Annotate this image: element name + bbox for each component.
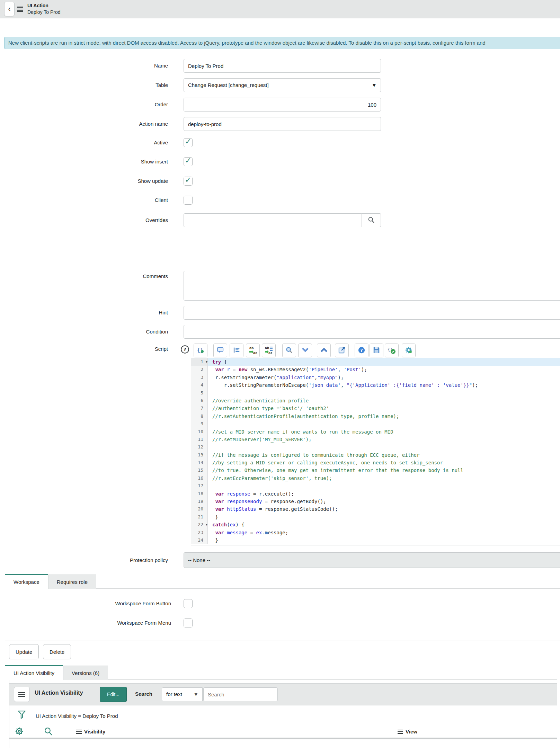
replace-button[interactable]: abac — [246, 344, 260, 357]
code-line: 19 var responseBody = response.getBody()… — [191, 498, 560, 505]
edit-button[interactable]: Edit... — [100, 687, 127, 702]
checkmark-icon: ✓ — [185, 137, 191, 146]
code-line: 13//if the message is configured to comm… — [191, 451, 560, 459]
list-bottom-divider — [9, 738, 557, 739]
tab-workspace[interactable]: Workspace — [5, 574, 48, 589]
line-number: 20 — [191, 505, 208, 513]
column-header-view[interactable]: View — [398, 729, 417, 734]
order-input[interactable] — [184, 98, 381, 112]
table-select[interactable]: Change Request [change_request] ▼ — [184, 78, 381, 92]
find-next-icon — [302, 347, 309, 354]
hint-label: Hint — [64, 309, 168, 316]
filter-funnel-icon[interactable] — [17, 710, 26, 722]
code-text: //r.setEccParameter('skip_sensor', true)… — [208, 474, 560, 482]
replace-icon: abac — [249, 346, 257, 355]
line-number: 24 — [191, 536, 208, 544]
active-label: Active — [64, 139, 168, 146]
code-text: //by setting a MID server or calling exe… — [208, 459, 560, 466]
search-label: Search — [135, 691, 152, 697]
workspace-tab-panel — [5, 589, 560, 641]
preferences-button[interactable] — [402, 344, 416, 357]
line-number: 6 — [191, 397, 208, 404]
code-text: //set a MID server name if one wants to … — [208, 428, 560, 436]
update-button[interactable]: Update — [9, 644, 39, 659]
code-line: 4 r.setStringParameterNoEscape('json_dat… — [191, 381, 560, 389]
column-header-visibility[interactable]: Visibility — [76, 729, 105, 734]
code-text: var message = ex.message; — [208, 529, 560, 536]
overrides-input[interactable] — [184, 213, 362, 227]
workspace-form-menu-checkbox[interactable] — [184, 618, 193, 627]
line-number: 23 — [191, 529, 208, 536]
gear-icon[interactable] — [15, 727, 24, 737]
code-line: 12 — [191, 443, 560, 451]
code-line: 18 var response = r.execute(); — [191, 490, 560, 498]
line-number: 19 — [191, 498, 208, 505]
help-outline-icon[interactable]: ? — [180, 345, 189, 355]
comments-textarea[interactable] — [184, 271, 560, 301]
format-code-button[interactable] — [230, 344, 243, 357]
code-line: 16//r.setEccParameter('skip_sensor', tru… — [191, 474, 560, 482]
related-tab-ui-action-visibility[interactable]: UI Action Visibility — [5, 665, 63, 680]
filter-breadcrumb[interactable]: UI Action Visibility = Deploy To Prod — [36, 713, 118, 719]
strict-mode-banner: New client-scripts are run in strict mod… — [5, 37, 560, 49]
code-text — [208, 482, 560, 490]
code-line: 20 var httpStatus = response.getStatusCo… — [191, 505, 560, 513]
hamburger-icon — [18, 692, 25, 697]
condition-input[interactable] — [184, 325, 560, 339]
script-code-editor[interactable]: 1▾try {2 var r = new sn_ws.RESTMessageV2… — [191, 358, 560, 545]
code-text: //to true. Otherwise, one may get an int… — [208, 466, 560, 474]
comment-button[interactable] — [213, 344, 227, 357]
code-line: 17 — [191, 482, 560, 490]
fold-arrow-icon[interactable]: ▾ — [206, 358, 207, 366]
client-label: Client — [64, 197, 168, 204]
code-line: 3 r.setStringParameter("application","my… — [191, 374, 560, 381]
code-text: var responseBody = response.getBody(); — [208, 498, 560, 505]
line-number: 8 — [191, 412, 208, 420]
find-previous-button[interactable] — [317, 344, 331, 357]
workspace-form-button-checkbox[interactable] — [184, 599, 193, 608]
name-label: Name — [64, 62, 168, 69]
search-scope-select[interactable]: for text ▼ — [162, 687, 203, 701]
hint-input[interactable] — [184, 306, 560, 320]
related-tab-versions-6-[interactable]: Versions (6) — [63, 666, 108, 680]
record-name-subtitle: Deploy To Prod — [27, 9, 60, 16]
tab-requires-role[interactable]: Requires role — [48, 575, 96, 589]
active-checkbox[interactable]: ✓ — [184, 138, 193, 147]
save-button[interactable] — [370, 344, 383, 357]
overrides-lookup-button[interactable] — [362, 213, 381, 227]
list-search-input[interactable] — [203, 687, 278, 701]
order-label: Order — [64, 101, 168, 108]
help-button[interactable]: ? — [355, 344, 368, 357]
code-line: 23 var message = ex.message; — [191, 529, 560, 536]
search-icon[interactable] — [44, 727, 53, 737]
show-update-label: Show update — [64, 178, 168, 185]
syntax-check-button[interactable]: {} — [385, 344, 399, 357]
script-syntax-icon: {} — [196, 346, 205, 355]
line-number: 5 — [191, 389, 208, 397]
delete-button[interactable]: Delete — [43, 644, 71, 659]
action-name-input[interactable] — [184, 117, 381, 131]
back-button[interactable]: ‹ — [4, 2, 15, 16]
related-list-header-bar — [9, 683, 557, 705]
column-menu-icon — [398, 730, 403, 734]
search-button[interactable] — [282, 344, 296, 357]
name-input[interactable] — [184, 59, 381, 73]
script-syntax-button[interactable]: {} — [194, 344, 207, 357]
line-number: 7 — [191, 404, 208, 412]
line-number: 12 — [191, 443, 208, 451]
syntax-check-icon: {} — [388, 346, 396, 355]
protection-policy-value: -- None -- — [188, 557, 210, 563]
code-text — [208, 443, 560, 451]
context-menu-icon[interactable] — [17, 7, 23, 12]
code-text: //r.setMIDServer('MY_MID_SERVER'); — [208, 436, 560, 443]
open-window-button[interactable] — [335, 344, 349, 357]
client-checkbox[interactable] — [184, 196, 193, 205]
code-text: r.setStringParameter("application","myAp… — [208, 374, 560, 381]
show-update-checkbox[interactable]: ✓ — [184, 177, 193, 186]
list-menu-button[interactable] — [14, 687, 30, 702]
replace-all-button[interactable]: abac — [262, 344, 276, 357]
find-next-button[interactable] — [298, 344, 312, 357]
fold-arrow-icon[interactable]: ▾ — [206, 521, 207, 528]
code-text: //r.setAuthenticationProfile(authenticat… — [208, 412, 560, 420]
show-insert-checkbox[interactable]: ✓ — [184, 157, 193, 166]
